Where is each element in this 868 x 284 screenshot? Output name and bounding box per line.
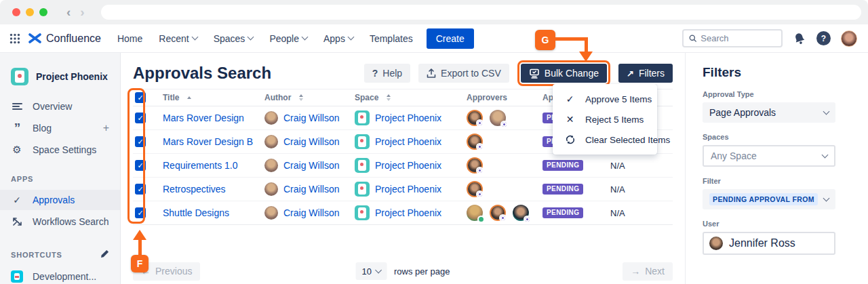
filter-select[interactable]: PENDING APPROVAL FROM: [703, 189, 835, 209]
next-page-button[interactable]: → Next: [623, 262, 673, 281]
help-button[interactable]: ? Help: [364, 64, 410, 83]
nav-item-spaces[interactable]: Spaces: [214, 33, 254, 44]
select-all-checkbox[interactable]: ✓: [135, 92, 146, 103]
menu-item-clear-selected[interactable]: Clear Selected Items: [553, 129, 657, 150]
row-checkbox[interactable]: ✓: [135, 184, 146, 195]
author-link[interactable]: Craig Willson: [283, 136, 339, 147]
filter-chip: PENDING APPROVAL FROM: [709, 193, 818, 205]
user-field-avatar: [709, 237, 723, 250]
approver-avatar-man-beard[interactable]: [490, 110, 506, 126]
export-csv-button[interactable]: Export to CSV: [418, 64, 509, 83]
sidebar-item-approvals[interactable]: ✓ Approvals: [0, 190, 120, 210]
user-field[interactable]: Jennifer Ross: [703, 232, 835, 255]
global-search[interactable]: [682, 29, 783, 47]
filters-panel-title: Filters: [703, 65, 835, 80]
page-link[interactable]: Shuttle Designs: [163, 207, 229, 218]
browser-back-icon[interactable]: ‹: [66, 5, 71, 20]
status-badge: PENDING: [542, 184, 583, 195]
sidebar-item-overview[interactable]: Overview: [0, 96, 120, 117]
author-link[interactable]: Craig Willson: [283, 113, 339, 123]
confluence-logo[interactable]: Confluence: [28, 33, 101, 45]
approver-avatar-man-blond[interactable]: [467, 205, 483, 221]
column-header-author[interactable]: Author: [264, 93, 291, 102]
table-row[interactable]: ✓ Retrospectives Craig Willson Project P…: [133, 178, 673, 201]
bulk-change-button[interactable]: Bulk Change: [521, 64, 607, 83]
browser-forward-icon[interactable]: ›: [80, 5, 84, 20]
bulk-change-icon: [529, 68, 540, 79]
row-checkbox[interactable]: ✓: [135, 136, 146, 147]
sidebar-item-workflows-search[interactable]: Workflows Search: [0, 211, 120, 232]
author-link[interactable]: Craig Willson: [283, 207, 339, 218]
arrow-left-icon: ←: [141, 266, 151, 277]
user-avatar[interactable]: [841, 31, 857, 47]
approval-type-select[interactable]: Page Approvals: [703, 102, 835, 123]
approver-avatar-woman-dark-hair[interactable]: [467, 181, 483, 197]
nav-item-recent[interactable]: Recent: [159, 33, 197, 44]
nav-item-people[interactable]: People: [269, 33, 307, 44]
pending-purple-dot-icon: [476, 143, 484, 150]
table-row[interactable]: ✓ Requirements 1.0 Craig Willson Project…: [133, 154, 673, 178]
approvers-cell: [467, 181, 542, 197]
chevron-down-icon: [823, 195, 830, 201]
approver-avatar-woman-dark-hair[interactable]: [467, 110, 483, 126]
previous-page-button[interactable]: ← Previous: [133, 262, 200, 281]
chevron-down-icon: [822, 151, 829, 158]
page-link[interactable]: Mars Rover Design B: [163, 136, 253, 147]
filters-panel: Filters Approval Type Page Approvals Spa…: [685, 53, 868, 284]
notifications-bell-icon[interactable]: [791, 30, 808, 47]
help-icon[interactable]: ?: [816, 31, 831, 45]
menu-item-approve[interactable]: ✓ Approve 5 Items: [553, 89, 657, 109]
maximize-window-button[interactable]: [39, 8, 47, 16]
nav-item-apps[interactable]: Apps: [323, 33, 353, 44]
table-row[interactable]: ✓ Shuttle Designs Craig Willson Project …: [133, 201, 673, 225]
page-link[interactable]: Requirements 1.0: [163, 160, 238, 171]
sort-asc-icon: [187, 96, 191, 99]
space-link[interactable]: Project Phoenix: [375, 113, 441, 123]
author-link[interactable]: Craig Willson: [283, 184, 339, 195]
row-checkbox[interactable]: ✓: [135, 160, 146, 171]
nav-item-home[interactable]: Home: [117, 33, 142, 44]
status-badge: PENDING: [542, 160, 583, 171]
nav-item-templates[interactable]: Templates: [370, 33, 413, 44]
sidebar-item-development[interactable]: Development...: [0, 266, 120, 284]
filters-button[interactable]: ↗ Filters: [618, 64, 673, 83]
space-link[interactable]: Project Phoenix: [375, 136, 441, 147]
column-header-approvers: Approvers: [467, 93, 507, 102]
edit-shortcuts-pencil-icon[interactable]: [100, 249, 109, 260]
search-input[interactable]: [701, 33, 776, 43]
export-icon: [427, 68, 436, 79]
minimize-window-button[interactable]: [26, 8, 34, 16]
approver-avatar-woman-dark-hair[interactable]: [467, 134, 483, 150]
page-link[interactable]: Mars Rover Design: [163, 113, 244, 123]
row-checkbox[interactable]: ✓: [135, 113, 146, 123]
menu-item-reject[interactable]: ✕ Reject 5 Items: [553, 109, 657, 129]
space-header[interactable]: Project Phoenix: [0, 53, 120, 96]
create-button[interactable]: Create: [427, 28, 474, 49]
approver-avatar-woman-dark-hair[interactable]: [490, 205, 506, 221]
column-header-space[interactable]: Space: [355, 93, 378, 102]
sort-icon: [387, 94, 391, 101]
approver-avatar-woman-dark-hair[interactable]: [467, 157, 483, 174]
author-avatar: [264, 206, 278, 220]
space-link[interactable]: Project Phoenix: [375, 207, 441, 218]
spaces-select[interactable]: Any Space: [703, 145, 835, 167]
page-link[interactable]: Retrospectives: [163, 184, 226, 195]
row-checkbox[interactable]: ✓: [135, 207, 146, 218]
approvers-cell: [467, 157, 542, 174]
add-blog-icon[interactable]: +: [103, 122, 109, 134]
space-link[interactable]: Project Phoenix: [375, 184, 441, 195]
author-link[interactable]: Craig Willson: [283, 160, 339, 171]
url-bar[interactable]: [101, 5, 861, 20]
sidebar-item-space-settings[interactable]: ⚙ Space Settings: [0, 140, 120, 160]
app-switcher-icon[interactable]: [9, 33, 20, 44]
approval-date: N/A: [604, 208, 673, 218]
column-header-title[interactable]: Title: [163, 93, 179, 102]
space-link[interactable]: Project Phoenix: [375, 160, 441, 171]
question-icon: ?: [372, 68, 378, 79]
approver-avatar-woman-black-hair[interactable]: [513, 205, 529, 221]
close-window-button[interactable]: [12, 8, 20, 16]
sidebar-item-blog[interactable]: ” Blog +: [0, 118, 120, 138]
pending-purple-dot-icon: [524, 216, 531, 223]
rows-per-page-select[interactable]: 10: [356, 262, 387, 280]
space-icon: [355, 158, 370, 173]
